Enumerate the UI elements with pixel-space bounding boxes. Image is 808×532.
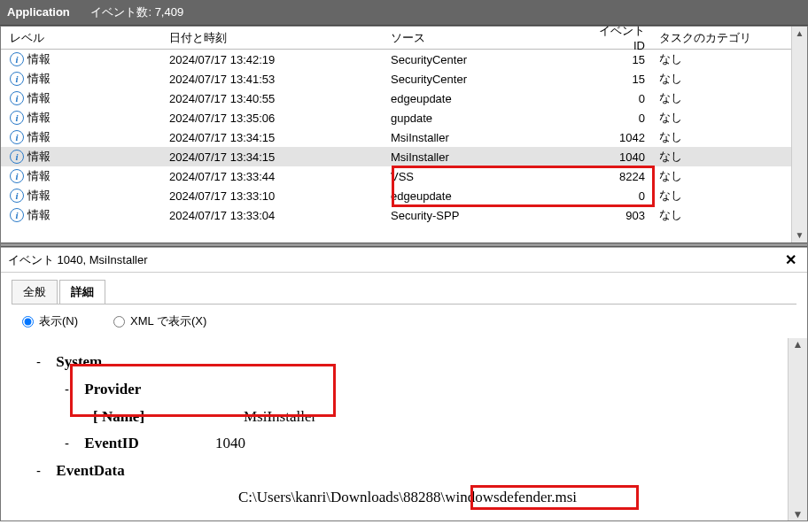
col-event-id[interactable]: イベント ID — [586, 23, 652, 52]
cell-event-id: 15 — [586, 53, 652, 66]
table-row[interactable]: i情報2024/07/17 13:34:15MsiInstaller1042なし — [1, 127, 791, 147]
tabs: 全般 詳細 — [1, 273, 807, 304]
table-row[interactable]: i情報2024/07/17 13:41:53SecurityCenter15なし — [1, 69, 791, 89]
level-text: 情報 — [27, 168, 50, 184]
cell-date: 2024/07/17 13:34:15 — [169, 131, 391, 144]
name-key: [ Name] — [93, 408, 144, 425]
cell-date: 2024/07/17 13:33:04 — [169, 209, 391, 222]
level-text: 情報 — [27, 71, 50, 87]
detail-scrollbar[interactable]: ▲ ▼ — [788, 338, 807, 520]
table-row[interactable]: i情報2024/07/17 13:40:55edgeupdate0なし — [1, 89, 791, 108]
col-source[interactable]: ソース — [391, 30, 586, 46]
level-text: 情報 — [27, 90, 50, 106]
info-icon: i — [10, 91, 24, 105]
cell-event-id: 0 — [586, 112, 652, 125]
tab-general[interactable]: 全般 — [12, 280, 58, 304]
eventid-value: 1040 — [215, 430, 245, 458]
cell-event-id: 1040 — [586, 150, 652, 164]
col-task[interactable]: タスクのカテゴリ — [652, 30, 791, 46]
level-text: 情報 — [27, 188, 50, 204]
scroll-up-icon[interactable]: ▲ — [789, 338, 807, 351]
cell-task: なし — [652, 207, 791, 223]
title-bar: Application イベント数: 7,409 — [0, 0, 808, 26]
scroll-down-icon[interactable]: ▼ — [789, 508, 807, 520]
tab-detail[interactable]: 詳細 — [59, 280, 105, 304]
level-text: 情報 — [27, 149, 50, 165]
cell-source: SecurityCenter — [391, 53, 586, 66]
cell-task: なし — [652, 90, 791, 106]
cell-task: なし — [652, 168, 791, 184]
cell-date: 2024/07/17 13:34:15 — [169, 150, 391, 164]
info-icon: i — [10, 150, 24, 164]
app-name: Application — [7, 5, 70, 19]
table-row[interactable]: i情報2024/07/17 13:35:06gupdate0なし — [1, 108, 791, 127]
cell-event-id: 0 — [586, 189, 652, 203]
name-value: MsiInstaller — [244, 404, 316, 431]
close-icon[interactable]: ✕ — [781, 251, 800, 268]
cell-date: 2024/07/17 13:33:10 — [169, 189, 391, 203]
cell-date: 2024/07/17 13:41:53 — [169, 73, 391, 86]
level-text: 情報 — [27, 129, 50, 145]
grid-header: レベル 日付と時刻 ソース イベント ID タスクのカテゴリ — [1, 27, 791, 50]
info-icon: i — [10, 52, 24, 66]
cell-event-id: 15 — [586, 73, 652, 86]
grid-scrollbar[interactable]: ▲ ▼ — [791, 27, 807, 243]
cell-task: なし — [652, 129, 791, 145]
info-icon: i — [10, 208, 24, 222]
cell-source: MsiInstaller — [391, 150, 586, 164]
cell-event-id: 0 — [586, 92, 652, 105]
eventid-key: EventID — [84, 435, 138, 451]
scroll-down-icon[interactable]: ▼ — [792, 228, 807, 243]
cell-source: Security-SPP — [391, 209, 586, 222]
cell-date: 2024/07/17 13:40:55 — [169, 92, 391, 105]
system-node[interactable]: System — [56, 353, 102, 370]
eventdata-path: C:\Users\kanri\Downloads\88288\windowsde… — [238, 484, 770, 512]
scroll-up-icon[interactable]: ▲ — [792, 27, 807, 41]
event-grid: レベル 日付と時刻 ソース イベント ID タスクのカテゴリ i情報2024/0… — [1, 27, 807, 243]
detail-title: イベント 1040, MsiInstaller — [8, 252, 781, 268]
radio-xml[interactable]: XML で表示(X) — [113, 313, 206, 329]
provider-node[interactable]: Provider — [84, 381, 141, 397]
cell-source: MsiInstaller — [391, 131, 586, 144]
table-row[interactable]: i情報2024/07/17 13:33:44VSS8224なし — [1, 166, 791, 186]
level-text: 情報 — [27, 110, 50, 126]
view-radios: 表示(N) XML で表示(X) — [1, 305, 807, 338]
cell-task: なし — [652, 149, 791, 165]
cell-event-id: 903 — [586, 209, 652, 222]
info-icon: i — [10, 72, 24, 86]
info-icon: i — [10, 130, 24, 144]
cell-task: なし — [652, 51, 791, 67]
cell-source: VSS — [391, 170, 586, 183]
table-row[interactable]: i情報2024/07/17 13:33:04Security-SPP903なし — [1, 205, 791, 225]
col-level[interactable]: レベル — [1, 30, 169, 46]
level-text: 情報 — [27, 51, 50, 67]
cell-source: edgeupdate — [391, 189, 586, 203]
info-icon: i — [10, 169, 24, 183]
cell-date: 2024/07/17 13:35:06 — [169, 112, 391, 125]
table-row[interactable]: i情報2024/07/17 13:34:15MsiInstaller1040なし — [1, 147, 791, 166]
info-icon: i — [10, 189, 24, 203]
eventdata-node[interactable]: EventData — [56, 462, 124, 479]
event-count: イベント数: 7,409 — [90, 5, 183, 19]
radio-xml-input[interactable] — [113, 316, 125, 328]
cell-source: gupdate — [391, 112, 586, 125]
cell-task: なし — [652, 188, 791, 204]
detail-tree: - System - Provider [ Name] MsiInstaller… — [1, 338, 788, 520]
cell-source: edgeupdate — [391, 92, 586, 105]
col-date[interactable]: 日付と時刻 — [169, 30, 391, 46]
cell-task: なし — [652, 110, 791, 126]
info-icon: i — [10, 111, 24, 125]
radio-show-input[interactable] — [22, 316, 34, 328]
cell-date: 2024/07/17 13:33:44 — [169, 170, 391, 183]
table-row[interactable]: i情報2024/07/17 13:42:19SecurityCenter15なし — [1, 50, 791, 69]
cell-source: SecurityCenter — [391, 73, 586, 86]
detail-pane: イベント 1040, MsiInstaller ✕ 全般 詳細 表示(N) XM… — [1, 247, 807, 520]
cell-task: なし — [652, 71, 791, 87]
table-row[interactable]: i情報2024/07/17 13:33:10edgeupdate0なし — [1, 186, 791, 205]
cell-date: 2024/07/17 13:42:19 — [169, 53, 391, 66]
cell-event-id: 1042 — [586, 131, 652, 144]
level-text: 情報 — [27, 207, 50, 223]
radio-show[interactable]: 表示(N) — [22, 313, 78, 329]
cell-event-id: 8224 — [586, 170, 652, 183]
